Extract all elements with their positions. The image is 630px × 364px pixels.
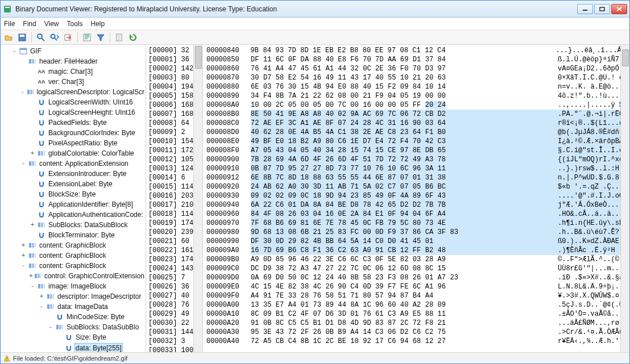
tree-node[interactable]: -logicalScreenDescriptor: LogicalScr xyxy=(20,87,146,97)
tree-node[interactable]: +SubBlocks: DataSubBlock xyxy=(29,220,146,230)
tree-node[interactable]: ExtensionLabel: Byte xyxy=(29,179,146,189)
goto-icon[interactable] xyxy=(63,32,74,43)
tree-node[interactable]: BackgroundColorIndex: Byte xyxy=(29,128,146,138)
hex-row[interactable]: 00000A108C 09 B1 C2 4F 07 D6 3D 01 76 61… xyxy=(206,309,629,319)
expand-toggle[interactable]: + xyxy=(20,251,27,260)
expand-toggle[interactable]: - xyxy=(20,261,27,270)
tree-node[interactable]: BlockTerminator: Byte xyxy=(29,230,146,240)
tree-node[interactable]: ApplicationAuthenticationCode: xyxy=(29,210,146,220)
addr-vscrollbar[interactable] xyxy=(193,45,202,352)
expand-toggle[interactable]: + xyxy=(29,271,33,281)
hex-row[interactable]: 00000A3095 3E 43 72 2F 26 0B B9 A4 14 C3… xyxy=(206,328,629,337)
tree-node[interactable]: -GIF xyxy=(11,46,146,56)
tree-node[interactable]: -content: ApplicationExtension xyxy=(20,158,146,169)
hex-row[interactable]: 0000092024 AB 62 A0 30 3D 11 AB 71 5A 02… xyxy=(206,182,629,191)
hex-row[interactable]: 000009C0DC D9 38 72 A3 47 27 22 7C 0C 06… xyxy=(206,264,629,273)
hex-row[interactable]: 000009D00A 69 D0 50 0C 12 24 40 8B 58 23… xyxy=(206,273,629,282)
address-list-panel[interactable]: [00000] 32[00001] 36[00002] 142[00003] 8… xyxy=(146,45,203,352)
tree-node[interactable]: -image: ImageBlock xyxy=(29,281,146,291)
tree-node[interactable]: MinCodeSize: Byte xyxy=(47,312,146,322)
tree-node[interactable]: +descriptor: ImageDescriptor xyxy=(38,291,146,302)
hex-row[interactable]: 0000086076 41 A4 47 45 61 A1 44 32 0C 2E… xyxy=(206,64,629,73)
seq-icon xyxy=(37,221,46,229)
menu-find[interactable]: Find xyxy=(23,20,36,28)
hex-row[interactable]: 000009809D 68 13 08 6B 21 25 83 FC 00 0D… xyxy=(206,228,629,237)
tree-node[interactable]: +content: GraphicBlock xyxy=(20,240,146,250)
tree-node[interactable]: LogicalScreenHeight: UInt16 xyxy=(29,107,146,118)
titlebar[interactable]: Binary Document Viewer: Registered to Mi… xyxy=(1,1,629,18)
hex-row[interactable]: 00000850DF 11 6C 0F DA 88 40 E8 F6 70 7D… xyxy=(206,55,629,64)
hex-row[interactable]: 00000990DF 30 0D 29 82 4B BB 64 5A 14 C0… xyxy=(206,237,629,246)
hex-view-panel[interactable]: 000008409B 84 93 7D 8D 1E EB E2 B8 80 EE… xyxy=(203,45,629,352)
menu-file[interactable]: File xyxy=(4,20,15,28)
expand-toggle[interactable]: - xyxy=(20,159,27,168)
filter-icon[interactable] xyxy=(95,32,106,43)
expand-toggle[interactable]: - xyxy=(20,87,26,97)
menu-view[interactable]: View xyxy=(44,20,59,28)
expand-toggle[interactable]: + xyxy=(38,292,45,301)
maximize-button[interactable] xyxy=(594,4,610,14)
tree-node[interactable]: data: Byte[255] xyxy=(56,342,146,352)
tree-node[interactable]: +control: GraphicControlExtension xyxy=(29,271,146,281)
expand-toggle[interactable]: + xyxy=(20,241,27,250)
hex-row[interactable]: 0000087030 D7 58 E2 54 16 49 11 43 17 40… xyxy=(206,73,629,82)
bookmark-icon[interactable] xyxy=(81,32,93,43)
hex-row[interactable]: 000008C072 AE EF 3C A1 AE 8F 07 24 28 4C… xyxy=(206,119,629,128)
hex-row[interactable]: 00000A4072 A5 CB C4 8B 1C 2C BE 10 92 17… xyxy=(206,337,629,346)
structure-tree-panel[interactable]: -GIFheader: FileHeaderAAmagic: Char[3]AA… xyxy=(1,45,146,352)
close-button[interactable] xyxy=(611,4,627,14)
expand-toggle[interactable]: + xyxy=(29,220,36,229)
tree-node[interactable]: -SubBlocks: DataSubBlo xyxy=(47,322,146,332)
open-icon[interactable] xyxy=(3,32,14,43)
save-icon[interactable] xyxy=(16,32,28,43)
find-icon[interactable] xyxy=(35,32,47,43)
tree-node[interactable]: PixelAspectRatio: Byte xyxy=(29,138,146,148)
hex-row[interactable]: 0000096084 4F 08 26 03 04 16 0E 2A 84 E1… xyxy=(206,210,629,219)
tree-node[interactable]: LogicalScreenWidth: UInt16 xyxy=(29,97,146,107)
expand-toggle[interactable]: - xyxy=(29,282,36,291)
hex-row[interactable]: 000009406A 22 C6 01 DA 8A 84 BE D8 78 42… xyxy=(206,200,629,210)
tree-node[interactable]: +content: GraphicBlock xyxy=(20,250,146,261)
hex-row[interactable]: 00000A2091 0B 8C C5 C5 B1 D1 D8 4D 9D 83… xyxy=(206,319,629,328)
expand-toggle[interactable]: - xyxy=(38,302,45,311)
hex-row[interactable]: 000009126E 8B 7C 8D 18 88 63 55 55 44 6E… xyxy=(206,173,629,182)
tree-node[interactable]: -content: GraphicBlock xyxy=(20,261,146,271)
hex-row[interactable]: 000009B0A9 0D 85 96 46 22 3E C6 6C C3 0F… xyxy=(206,255,629,264)
minimize-button[interactable] xyxy=(577,4,593,14)
tree-node[interactable]: AAver: Char[3] xyxy=(29,77,146,87)
hex-row[interactable]: 0000093009 02 02 09 0C 18 9D 94 23 85 49… xyxy=(206,191,629,200)
hex-vscrollbar[interactable] xyxy=(620,45,629,352)
tree-node[interactable]: ExtensionIntroducer: Byte xyxy=(29,169,146,179)
menu-help[interactable]: Help xyxy=(91,20,105,28)
menu-tools[interactable]: Tools xyxy=(67,20,82,28)
hex-row[interactable]: 000009F0A4 91 7E 33 28 76 58 51 71 80 57… xyxy=(206,291,629,300)
tree-node[interactable]: -data: ImageData xyxy=(38,302,146,312)
refresh-icon[interactable] xyxy=(127,32,139,43)
expand-toggle[interactable]: + xyxy=(29,149,36,158)
hex-row[interactable]: 000008806E 03 76 30 15 4B 94 E0 88 40 15… xyxy=(206,82,629,91)
hex-row[interactable]: 000008B08E 50 41 9E A8 A8 40 02 9A AC 69… xyxy=(206,110,629,119)
hex-row[interactable]: 000008D040 62 28 0E 4A B5 4A C1 38 2E AE… xyxy=(206,128,629,137)
hex-row[interactable]: 00000A0013 35 E7 A4 01 73 89 44 8A 1C 96… xyxy=(206,300,629,309)
hex-row[interactable]: 000008E049 BF E0 18 B2 A9 80 C6 1E D7 E4… xyxy=(206,137,629,146)
hex-row[interactable]: 000009707F 68 B6 69 81 6E 7E 78 45 0C FB… xyxy=(206,219,629,228)
hex-row[interactable]: 000009E04C 15 4E 82 38 4C 26 90 C4 0D 39… xyxy=(206,282,629,291)
hex-row[interactable]: 000008409B 84 93 7D 8D 1E EB E2 B8 80 EE… xyxy=(206,46,629,55)
hex-row[interactable]: 000009100B 87 7D 95 27 27 8D 73 77 10 76… xyxy=(206,164,629,173)
tree-node[interactable]: +globalColortable: ColorTable xyxy=(29,148,146,158)
find-next-icon[interactable] xyxy=(49,32,60,43)
tree-node[interactable]: Size: Byte xyxy=(56,332,146,342)
tree-node[interactable]: header: FileHeader xyxy=(20,56,146,66)
hex-row[interactable]: 000008A010 00 2C 05 00 05 00 7C 00 16 00… xyxy=(206,101,629,110)
hex-row[interactable]: 000008F0A7 05 43 04 05 40 34 28 15 74 15… xyxy=(206,146,629,155)
hex-row[interactable]: 000009A016 7D 69 B6 C8 F1 36 C2 63 A0 91… xyxy=(206,246,629,255)
tree-node[interactable]: AAmagic: Char[3] xyxy=(29,66,146,77)
expand-toggle[interactable]: - xyxy=(11,47,18,56)
hex-row[interactable]: 000009007B 28 69 4A 6D 4F 26 6D 4F 51 7D… xyxy=(206,155,629,164)
page-icon[interactable] xyxy=(114,32,125,43)
tree-node[interactable]: PackedFields: Byte xyxy=(29,118,146,128)
expand-toggle[interactable]: - xyxy=(47,323,54,332)
hex-row[interactable]: 0000089034 F4 8B 7A 21 22 62 08 00 21 F9… xyxy=(206,91,629,101)
tree-node[interactable]: BlockSize: Byte xyxy=(29,189,146,199)
tree-node[interactable]: ApplicationIdentifier: Byte[8] xyxy=(29,199,146,210)
